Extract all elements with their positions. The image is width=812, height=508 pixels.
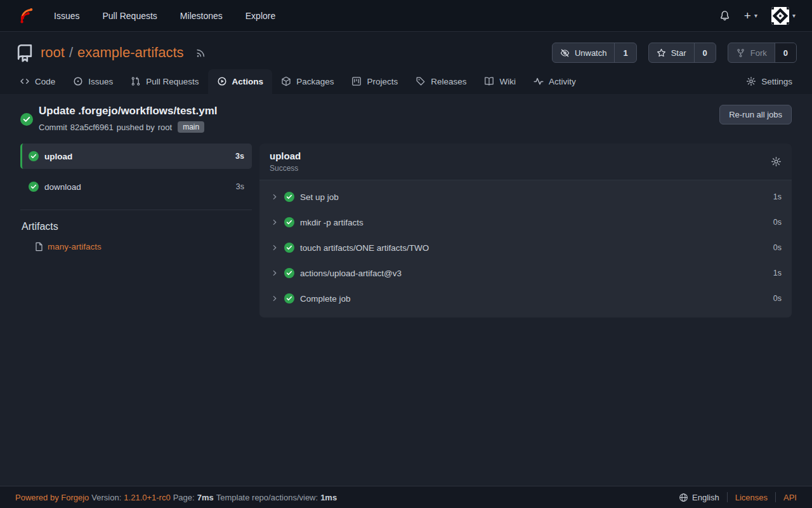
run-title: Update .forgejo/workflows/test.yml [39, 105, 218, 117]
template-time-label: Template repo/actions/view: [216, 493, 318, 502]
star-button[interactable]: Star 0 [648, 43, 716, 63]
star-count[interactable]: 0 [694, 43, 716, 62]
user-menu-dropdown[interactable]: ▾ [771, 7, 796, 25]
nav-pull-requests[interactable]: Pull Requests [102, 6, 157, 26]
success-check-icon [284, 217, 294, 227]
success-check-icon [284, 293, 294, 304]
breadcrumb-separator: / [69, 44, 73, 61]
repo-owner-link[interactable]: root [41, 44, 65, 61]
nav-explore[interactable]: Explore [246, 6, 275, 26]
job-status: Success [270, 164, 301, 173]
book-icon [484, 76, 494, 86]
job-name: download [44, 182, 230, 192]
tab-code[interactable]: Code [11, 69, 64, 94]
step-row[interactable]: Complete job 0s [259, 286, 792, 311]
nav-milestones[interactable]: Milestones [180, 6, 223, 26]
fork-icon [736, 48, 745, 58]
forgejo-logo-icon[interactable] [16, 7, 34, 24]
artifact-link[interactable]: many-artifacts [48, 242, 102, 251]
job-steps-list: Set up job 1s mkdir -p artifacts 0s [259, 180, 792, 318]
api-link[interactable]: API [783, 493, 797, 502]
success-check-icon [284, 243, 294, 253]
step-row[interactable]: touch artifacts/ONE artifacts/TWO 0s [259, 235, 792, 260]
step-duration: 0s [773, 218, 782, 227]
repo-tabbar: Code Issues Pull Requests Actions Packag… [0, 63, 812, 94]
version-link[interactable]: 1.21.0+1-rc0 [124, 493, 170, 502]
job-item-download[interactable]: download 3s [20, 174, 252, 199]
step-row[interactable]: mkdir -p artifacts 0s [259, 210, 792, 235]
chevron-down-icon: ▾ [792, 12, 796, 19]
tab-releases[interactable]: Releases [407, 69, 475, 94]
watch-count[interactable]: 1 [614, 43, 636, 62]
chevron-right-icon [271, 269, 278, 277]
tag-icon [416, 76, 426, 86]
unwatch-label: Unwatch [575, 48, 607, 58]
unwatch-button[interactable]: Unwatch 1 [552, 43, 637, 63]
tab-label: Actions [232, 77, 264, 86]
pulse-icon [534, 76, 544, 86]
tab-pull-requests[interactable]: Pull Requests [122, 69, 207, 94]
fork-button: Fork 0 [728, 43, 797, 63]
rss-icon[interactable] [195, 48, 206, 58]
licenses-link[interactable]: Licenses [735, 493, 768, 502]
job-detail-title: upload [270, 150, 301, 161]
branch-badge[interactable]: main [178, 121, 204, 133]
step-row[interactable]: actions/upload-artifact@v3 1s [259, 260, 792, 286]
gear-icon [746, 76, 756, 86]
artifact-item[interactable]: many-artifacts [34, 242, 252, 251]
breadcrumb: root / example-artifacts [41, 44, 184, 61]
avatar [771, 7, 789, 25]
tab-label: Releases [431, 77, 466, 86]
tab-label: Pull Requests [146, 77, 199, 86]
success-check-icon [29, 182, 39, 192]
rerun-all-jobs-button[interactable]: Re-run all jobs [719, 105, 792, 124]
fork-label: Fork [750, 48, 767, 58]
step-duration: 0s [773, 294, 782, 303]
play-circle-icon [217, 76, 227, 86]
job-item-upload[interactable]: upload 3s [20, 144, 252, 169]
language-selector[interactable]: English [679, 493, 719, 502]
powered-by-link[interactable]: Powered by Forgejo [15, 493, 89, 502]
job-options-gear-icon[interactable] [771, 156, 782, 167]
tab-label: Projects [367, 77, 398, 86]
tab-actions[interactable]: Actions [208, 69, 273, 94]
footer: Powered by Forgejo Version: 1.21.0+1-rc0… [0, 486, 812, 508]
notifications-bell-icon[interactable] [719, 10, 730, 21]
code-icon [20, 76, 30, 86]
step-name: mkdir -p artifacts [300, 218, 768, 227]
repo-header: root / example-artifacts [0, 32, 812, 94]
tab-label: Code [35, 77, 55, 86]
package-icon [281, 76, 291, 86]
nav-issues[interactable]: Issues [54, 6, 79, 26]
chevron-right-icon [271, 244, 278, 251]
tab-activity[interactable]: Activity [525, 69, 585, 94]
pushed-by-label: pushed by [117, 123, 155, 132]
globe-icon [679, 493, 688, 502]
step-row[interactable]: Set up job 1s [259, 184, 792, 210]
commit-sha[interactable]: 82a5cf6961 [70, 123, 114, 132]
step-duration: 1s [773, 192, 782, 201]
actions-run-view: Update .forgejo/workflows/test.yml Commi… [0, 94, 812, 486]
success-check-icon [29, 151, 39, 161]
tab-packages[interactable]: Packages [272, 69, 343, 94]
tab-issues[interactable]: Issues [64, 69, 122, 94]
tab-label: Settings [761, 77, 792, 86]
tab-wiki[interactable]: Wiki [475, 69, 525, 94]
chevron-right-icon [271, 295, 278, 302]
job-name: upload [44, 152, 230, 161]
version-label: Version: [91, 493, 121, 502]
step-name: Complete job [300, 294, 768, 304]
pusher-link[interactable]: root [158, 123, 172, 132]
create-new-dropdown[interactable]: + ▾ [744, 10, 757, 22]
file-icon [34, 242, 44, 251]
step-duration: 0s [773, 243, 782, 252]
tab-projects[interactable]: Projects [343, 69, 407, 94]
divider [727, 492, 728, 502]
tab-settings[interactable]: Settings [737, 69, 801, 94]
tab-label: Packages [296, 77, 334, 86]
commit-label: Commit [39, 123, 67, 132]
job-list: upload 3s download 3s Artifacts many-art… [20, 144, 252, 318]
fork-count[interactable]: 0 [775, 43, 796, 62]
eye-closed-icon [560, 48, 570, 58]
repo-name-link[interactable]: example-artifacts [77, 44, 184, 61]
